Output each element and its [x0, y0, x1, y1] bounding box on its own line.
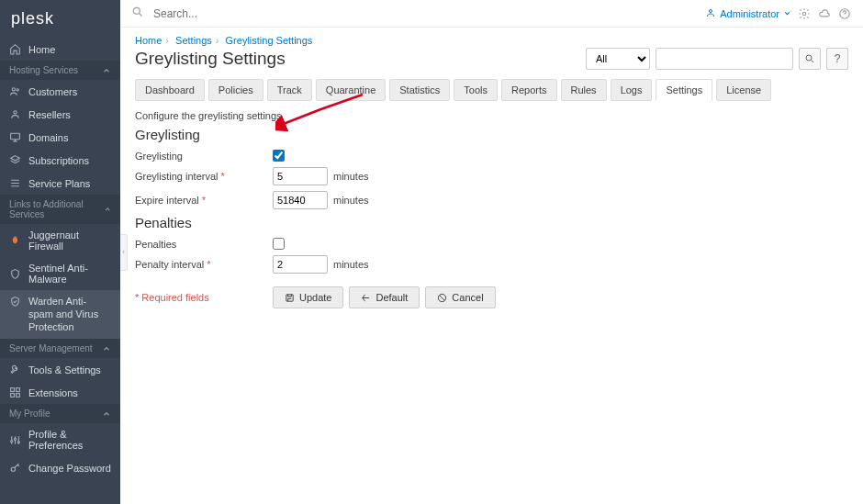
svg-rect-3 — [11, 133, 20, 140]
tab-license[interactable]: License — [716, 79, 771, 101]
sidebar-section-server[interactable]: Server Management — [0, 339, 120, 358]
content: Home› Settings› Greylisting Settings Gre… — [120, 28, 863, 316]
sidebar-section-hosting[interactable]: Hosting Services — [0, 61, 120, 80]
shield-check-icon — [9, 296, 21, 308]
page-title: Greylisting Settings — [135, 49, 286, 69]
sidebar-item-service-plans[interactable]: Service Plans — [0, 172, 120, 195]
main: Administrator Home› Settings› Greylistin… — [120, 0, 863, 504]
svg-point-16 — [806, 55, 812, 61]
chevron-down-icon — [783, 8, 791, 19]
cloud-icon[interactable] — [817, 6, 832, 21]
sidebar-item-label: Resellers — [28, 109, 71, 120]
user-menu[interactable]: Administrator — [705, 7, 791, 20]
svg-point-13 — [710, 9, 712, 12]
sidebar-item-label: Sentinel Anti-Malware — [28, 263, 111, 285]
svg-rect-7 — [17, 394, 20, 398]
greylisting-interval-input[interactable] — [273, 167, 328, 185]
svg-point-9 — [14, 438, 16, 440]
tab-quarantine[interactable]: Quarantine — [316, 79, 386, 101]
breadcrumb-home[interactable]: Home — [135, 35, 162, 46]
svg-point-1 — [17, 89, 18, 91]
svg-point-2 — [14, 111, 17, 114]
sidebar-section-profile[interactable]: My Profile — [0, 404, 120, 423]
svg-point-14 — [802, 12, 806, 16]
chevron-up-icon — [102, 66, 111, 75]
shield-icon — [9, 268, 21, 280]
default-button[interactable]: Default — [349, 286, 420, 308]
filter-help-button[interactable]: ? — [826, 48, 848, 70]
greylisting-interval-label: Greylisting interval * — [135, 171, 273, 182]
tab-rules[interactable]: Rules — [561, 79, 607, 101]
list-icon — [9, 177, 21, 189]
sidebar-item-home[interactable]: Home — [0, 38, 120, 61]
head-tools: All ? — [586, 48, 848, 70]
tab-dashboard[interactable]: Dashboard — [135, 79, 205, 101]
penalties-checkbox[interactable] — [273, 238, 285, 250]
breadcrumb-settings[interactable]: Settings — [175, 35, 212, 46]
sliders-icon — [9, 434, 21, 446]
greylisting-checkbox[interactable] — [273, 150, 285, 162]
section-greylisting: Greylisting — [135, 127, 848, 142]
penalty-interval-unit: minutes — [333, 259, 369, 270]
tab-statistics[interactable]: Statistics — [389, 79, 450, 101]
svg-point-11 — [11, 467, 15, 471]
global-search-input[interactable] — [153, 7, 424, 20]
tab-track[interactable]: Track — [267, 79, 312, 101]
sidebar-item-warden[interactable]: Warden Anti-spam and Virus Protection — [0, 290, 120, 339]
home-icon — [9, 43, 21, 55]
svg-point-8 — [11, 440, 13, 442]
sidebar-item-label: Tools & Settings — [28, 364, 101, 375]
sidebar-item-sentinel[interactable]: Sentinel Anti-Malware — [0, 257, 120, 290]
svg-rect-5 — [17, 388, 20, 392]
sidebar-item-label: Customers — [28, 86, 77, 97]
sidebar-item-tools[interactable]: Tools & Settings — [0, 358, 120, 381]
sidebar-item-label: Domains — [28, 132, 68, 143]
section-penalties: Penalties — [135, 215, 848, 230]
svg-point-12 — [133, 7, 140, 14]
layers-icon — [9, 154, 21, 166]
sidebar-item-domains[interactable]: Domains — [0, 126, 120, 149]
monitor-icon — [9, 131, 21, 143]
user-icon — [705, 7, 716, 20]
sidebar-item-label: Subscriptions — [28, 155, 89, 166]
tab-settings[interactable]: Settings — [656, 79, 712, 101]
topbar: Administrator — [120, 0, 863, 28]
sidebar-item-label: Home — [28, 44, 55, 55]
penalty-interval-input[interactable] — [273, 255, 328, 274]
wrench-icon — [9, 364, 21, 375]
sidebar-item-customers[interactable]: Customers — [0, 80, 120, 103]
gear-icon[interactable] — [797, 6, 812, 21]
sidebar-item-change-password[interactable]: Change Password — [0, 456, 120, 479]
svg-rect-17 — [286, 294, 293, 300]
sidebar-section-links[interactable]: Links to Additional Services — [0, 195, 120, 224]
sidebar-item-juggernaut[interactable]: Juggernaut Firewall — [0, 224, 120, 257]
sidebar-item-label: Profile & Preferences — [28, 429, 111, 451]
firewall-icon — [9, 235, 21, 247]
help-icon[interactable] — [837, 6, 852, 21]
tab-logs[interactable]: Logs — [611, 79, 653, 101]
tab-policies[interactable]: Policies — [208, 79, 263, 101]
cancel-button[interactable]: Cancel — [425, 286, 495, 308]
filter-search-button[interactable] — [799, 48, 821, 70]
tab-tools[interactable]: Tools — [454, 79, 498, 101]
filter-search-input[interactable] — [656, 48, 793, 70]
sidebar-item-profile-prefs[interactable]: Profile & Preferences — [0, 423, 120, 456]
sidebar-collapse-handle[interactable]: ‹ — [120, 234, 128, 271]
greylisting-interval-unit: minutes — [333, 171, 369, 182]
sidebar-item-subscriptions[interactable]: Subscriptions — [0, 149, 120, 172]
filter-select[interactable]: All — [586, 48, 650, 70]
sidebar-item-resellers[interactable]: Resellers — [0, 103, 120, 126]
search-icon — [131, 6, 144, 21]
penalty-interval-label: Penalty interval * — [135, 259, 273, 270]
sidebar-item-label: Change Password — [28, 463, 111, 474]
required-fields-note: * Required fields — [135, 292, 273, 303]
greylisting-label: Greylisting — [135, 151, 273, 162]
expire-interval-input[interactable] — [273, 191, 328, 209]
user-icon — [9, 108, 21, 120]
breadcrumb-current[interactable]: Greylisting Settings — [226, 35, 313, 46]
sidebar-item-extensions[interactable]: Extensions — [0, 381, 120, 404]
sidebar-item-label: Juggernaut Firewall — [28, 230, 111, 252]
tab-reports[interactable]: Reports — [501, 79, 557, 101]
sidebar-item-label: Service Plans — [28, 178, 90, 189]
update-button[interactable]: Update — [273, 286, 343, 308]
